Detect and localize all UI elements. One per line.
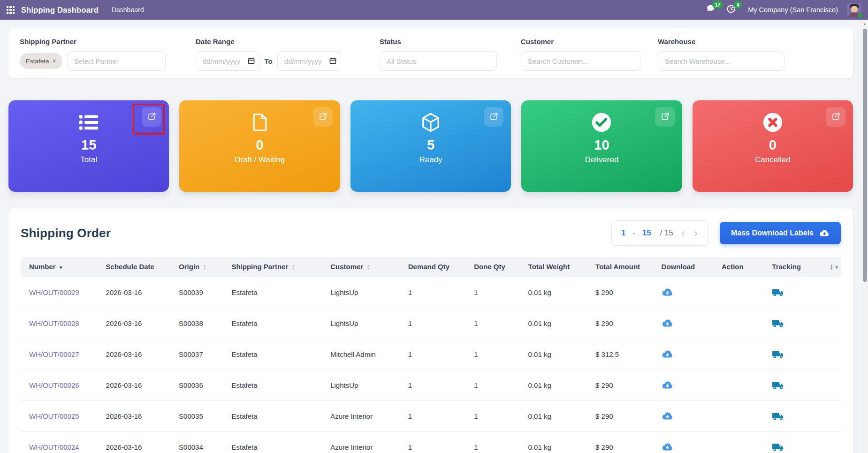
stat-cards-row: 15 Total 0 Draft / Waiting: [8, 100, 853, 192]
order-row: WH/OUT/00026 2026-03-16 S00036 Estafeta …: [21, 370, 841, 400]
activities-button[interactable]: 4: [726, 4, 736, 15]
download-label-button[interactable]: [662, 381, 673, 390]
scroll-up-icon[interactable]: ▲: [861, 20, 868, 26]
date-range-label: Date Range: [196, 38, 341, 45]
tracking-button[interactable]: [772, 411, 784, 421]
col-shipping-partner[interactable]: Shipping Partner▲▼: [223, 257, 322, 277]
total-weight-cell: 0.01 kg: [520, 431, 587, 453]
user-avatar[interactable]: [847, 3, 861, 17]
order-number-link[interactable]: WH/OUT/00029: [29, 288, 79, 296]
total-weight-cell: 0.01 kg: [520, 277, 587, 308]
sort-icon: ▲▼: [291, 264, 295, 271]
order-number-link[interactable]: WH/OUT/00027: [29, 350, 79, 358]
shipping-partner-cell: Estafeta: [223, 277, 322, 308]
tracking-button[interactable]: [772, 442, 784, 452]
total-weight-cell: 0.01 kg: [520, 370, 587, 400]
open-delivered-external-button[interactable]: [655, 107, 675, 127]
page-start[interactable]: 1: [621, 228, 625, 238]
origin-cell: S00037: [170, 339, 223, 370]
truck-icon: [772, 318, 784, 328]
open-ready-external-button[interactable]: [484, 107, 503, 127]
mass-download-labels-button[interactable]: Mass Download Labels: [720, 222, 841, 244]
truck-icon: [772, 287, 784, 297]
messages-button[interactable]: 17: [707, 4, 717, 15]
vertical-scrollbar[interactable]: ▲: [861, 20, 868, 453]
order-number-link[interactable]: WH/OUT/00025: [29, 412, 79, 420]
demand-qty-cell: 1: [400, 431, 465, 453]
warehouse-search-input[interactable]: [658, 51, 784, 71]
schedule-date-cell: 2026-03-16: [98, 277, 171, 308]
download-label-button[interactable]: [662, 412, 673, 421]
action-cell: [713, 277, 763, 308]
origin-cell: S00035: [170, 400, 223, 431]
open-cancelled-external-button[interactable]: [826, 107, 845, 127]
order-number-link[interactable]: WH/OUT/00028: [29, 319, 79, 327]
col-action: Action: [713, 257, 763, 277]
cloud-download-icon: [662, 319, 673, 328]
app-title: Shipping Dashboard: [21, 6, 99, 15]
truck-icon: [772, 411, 784, 421]
shipping-partner-cell: Estafeta: [223, 339, 322, 370]
download-label-button[interactable]: [662, 350, 673, 359]
truck-icon: [772, 442, 784, 452]
tracking-button[interactable]: [772, 380, 784, 390]
col-customer[interactable]: Customer▲▼: [322, 257, 400, 277]
column-options-icon[interactable]: ⋮▾: [829, 264, 839, 271]
tracking-button[interactable]: [772, 318, 784, 328]
external-link-icon: [147, 112, 156, 121]
orders-table: Number▼ Schedule Date Origin▲▼ Shipping …: [21, 257, 841, 453]
tracking-button[interactable]: [772, 349, 784, 359]
page-total: / 15: [660, 228, 673, 238]
download-label-button[interactable]: [662, 443, 673, 452]
cloud-download-icon: [662, 350, 673, 359]
stat-card-delivered[interactable]: 10 Delivered: [521, 100, 682, 192]
tracking-button[interactable]: [772, 287, 784, 297]
col-origin[interactable]: Origin▲▼: [170, 257, 223, 277]
next-page-icon[interactable]: ›: [693, 227, 699, 239]
stat-value-cancelled: 0: [769, 137, 777, 153]
open-total-external-button[interactable]: [142, 107, 161, 127]
partner-tag-estafeta[interactable]: Estafeta ×: [20, 53, 62, 69]
total-amount-cell: $ 312.5: [587, 339, 653, 370]
col-number[interactable]: Number▼: [21, 257, 98, 277]
status-select[interactable]: [380, 51, 497, 71]
prev-page-icon[interactable]: ‹: [680, 227, 686, 239]
orders-title: Shipping Order: [21, 226, 111, 241]
stat-card-total[interactable]: 15 Total: [8, 100, 169, 192]
x-circle-icon: [762, 112, 783, 133]
total-weight-cell: 0.01 kg: [520, 308, 587, 339]
scrollbar-thumb[interactable]: [863, 29, 867, 282]
origin-cell: S00038: [170, 308, 223, 339]
remove-tag-icon[interactable]: ×: [53, 57, 56, 65]
stat-card-cancelled[interactable]: 0 Cancelled: [693, 100, 853, 192]
calendar-icon[interactable]: [248, 57, 255, 66]
truck-icon: [772, 349, 784, 359]
cube-icon: [421, 112, 440, 133]
action-cell: [713, 339, 763, 370]
customer-search-input[interactable]: [521, 51, 640, 71]
stat-card-ready[interactable]: 5 Ready: [350, 100, 511, 192]
order-row: WH/OUT/00024 2026-03-16 S00034 Estafeta …: [21, 431, 841, 453]
customer-cell: Mitchell Admin: [322, 339, 400, 370]
order-number-link[interactable]: WH/OUT/00026: [29, 381, 79, 389]
download-label-button[interactable]: [662, 288, 673, 297]
apps-grid-icon[interactable]: [7, 6, 15, 14]
external-link-icon: [831, 112, 840, 121]
shipping-partner-cell: Estafeta: [223, 308, 322, 339]
action-cell: [713, 400, 763, 431]
origin-cell: S00034: [170, 431, 223, 453]
messages-count-badge: 17: [712, 1, 723, 8]
truck-icon: [772, 380, 784, 390]
menu-dashboard[interactable]: Dashboard: [112, 6, 144, 14]
stat-card-draft-waiting[interactable]: 0 Draft / Waiting: [179, 100, 340, 192]
partner-select-input[interactable]: [67, 51, 166, 71]
open-draft-external-button[interactable]: [313, 107, 333, 127]
company-menu[interactable]: My Company (San Francisco): [748, 6, 838, 14]
sort-icon: ▲▼: [203, 264, 206, 271]
done-qty-cell: 1: [465, 308, 519, 339]
download-label-button[interactable]: [662, 319, 673, 328]
page-end[interactable]: 15: [642, 228, 651, 238]
col-options[interactable]: ⋮▾: [820, 257, 841, 277]
calendar-icon[interactable]: [329, 57, 336, 66]
order-number-link[interactable]: WH/OUT/00024: [29, 443, 79, 451]
